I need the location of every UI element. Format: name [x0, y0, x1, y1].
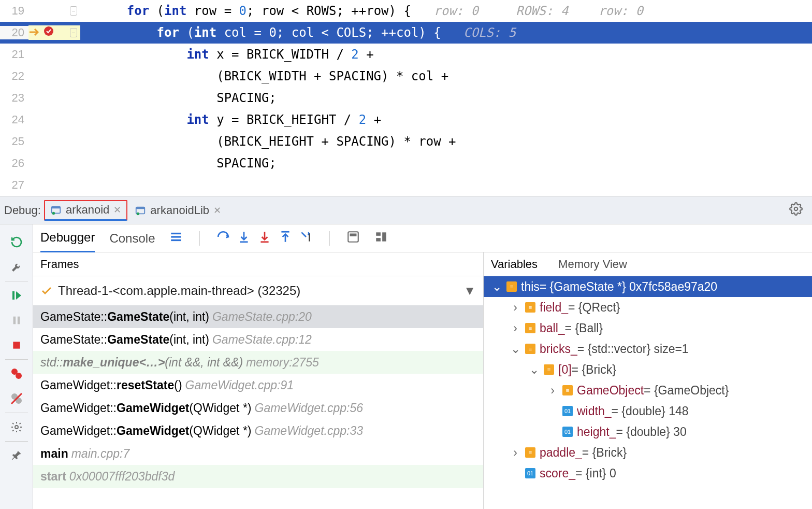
var-type-icon: ≡ [525, 323, 535, 333]
variable-row[interactable]: ›≡paddle_ = {Brick} [484, 442, 812, 463]
debug-tab-arkanoidLib[interactable]: arkanoidLib✕ [129, 200, 226, 221]
variable-row[interactable]: ⌄≡this = {GameState *} 0x7fc58ae97a20 [484, 276, 812, 297]
code-text: int x = BRICK_WIDTH / 2 + [80, 47, 812, 62]
svg-rect-30 [376, 232, 381, 236]
stack-frame[interactable]: mainmain.cpp:7 [33, 442, 483, 465]
code-editor[interactable]: 19− for (int row = 0; row < ROWS; ++row)… [0, 0, 812, 196]
svg-point-17 [15, 426, 18, 429]
mute-breakpoints-icon[interactable] [6, 386, 27, 411]
memory-view-title[interactable]: Memory View [558, 258, 627, 271]
var-type-icon: 01 [562, 406, 573, 416]
code-text: (BRICK_WIDTH + SPACING) * col + [80, 69, 812, 83]
thread-selector[interactable]: Thread-1-<com.apple.main-thread> (32325)… [33, 276, 483, 305]
stack-frame[interactable]: GameWidget::GameWidget(QWidget *)GameWid… [33, 397, 483, 419]
stack-frame[interactable]: GameState::GameState(int, int)GameState.… [33, 328, 483, 351]
stack-frame[interactable]: GameWidget::GameWidget(QWidget *)GameWid… [33, 419, 483, 442]
stop-icon[interactable] [6, 333, 27, 358]
resume-icon[interactable] [6, 283, 27, 308]
layout-icon[interactable] [374, 230, 388, 247]
svg-point-13 [16, 373, 22, 379]
chevron-down-icon: ▼ [463, 284, 476, 298]
stack-frame[interactable]: GameWidget::resetState()GameWidget.cpp:9… [33, 374, 483, 397]
expand-icon[interactable]: ⌄ [528, 363, 540, 377]
step-out-icon[interactable] [279, 230, 292, 247]
code-text: SPACING; [80, 91, 812, 105]
var-type-icon: ≡ [544, 364, 554, 375]
execution-pointer-icon [28, 25, 41, 40]
line-number: 26 [0, 157, 28, 170]
line-number: 23 [0, 91, 28, 105]
stack-frame[interactable]: start0x00007fff203bdf3d [33, 465, 483, 488]
variable-row[interactable]: ›≡GameObject = {GameObject} [484, 380, 812, 401]
gutter-marks[interactable]: − [28, 25, 80, 40]
variable-row[interactable]: 01score_ = {int} 0 [484, 463, 812, 484]
variable-row[interactable]: 01width_ = {double} 148 [484, 401, 812, 421]
code-line-26[interactable]: 26 SPACING; [0, 152, 812, 174]
var-type-icon: ≡ [506, 281, 517, 292]
code-line-23[interactable]: 23 SPACING; [0, 87, 812, 109]
code-line-22[interactable]: 22 (BRICK_WIDTH + SPACING) * col + [0, 65, 812, 87]
pin-icon[interactable] [6, 443, 27, 468]
variables-title[interactable]: Variables [491, 258, 538, 271]
code-text: (BRICK_HEIGHT + SPACING) * row + [80, 134, 812, 149]
svg-rect-8 [12, 291, 15, 300]
svg-rect-31 [376, 238, 381, 242]
var-type-icon: 01 [525, 468, 535, 478]
step-into-icon[interactable] [237, 230, 251, 247]
rerun-icon[interactable] [6, 230, 27, 254]
code-line-25[interactable]: 25 (BRICK_HEIGHT + SPACING) * row + [0, 131, 812, 152]
code-line-19[interactable]: 19− for (int row = 0; row < ROWS; ++row)… [0, 0, 812, 22]
line-number: 20 [0, 26, 28, 39]
var-type-icon: ≡ [525, 344, 535, 354]
line-number: 25 [0, 135, 28, 148]
code-line-21[interactable]: 21 int x = BRICK_WIDTH / 2 + [0, 44, 812, 65]
expand-icon[interactable]: › [510, 301, 521, 315]
step-over-icon[interactable] [216, 230, 230, 247]
view-breakpoints-icon[interactable] [6, 361, 27, 386]
expand-icon[interactable]: › [510, 321, 521, 335]
code-line-24[interactable]: 24 int y = BRICK_HEIGHT / 2 + [0, 109, 812, 131]
stack-frame[interactable]: GameState::GameState(int, int)GameState.… [33, 305, 483, 328]
fold-icon[interactable]: − [70, 6, 77, 16]
variable-row[interactable]: ⌄≡[0] = {Brick} [484, 359, 812, 380]
svg-point-0 [44, 26, 53, 36]
variable-row[interactable]: ⌄≡bricks_ = {std::vector} size=1 [484, 338, 812, 359]
close-icon[interactable]: ✕ [213, 205, 221, 216]
run-to-cursor-icon[interactable] [299, 230, 313, 247]
svg-rect-32 [383, 232, 387, 241]
force-step-into-icon[interactable] [258, 230, 271, 247]
variable-row[interactable]: ›≡field_ = {QRect} [484, 297, 812, 318]
gear-icon[interactable] [789, 202, 803, 219]
line-number: 24 [0, 113, 28, 126]
expand-icon[interactable]: ⌄ [491, 280, 502, 294]
tab-debugger[interactable]: Debugger [40, 224, 95, 252]
evaluate-icon[interactable] [346, 230, 360, 247]
fold-icon[interactable]: − [70, 28, 77, 37]
debug-tab-arkanoid[interactable]: arkanoid✕ [44, 200, 127, 221]
debug-subtabs: Debugger Console [33, 224, 812, 252]
expand-icon[interactable]: › [547, 384, 558, 398]
expand-icon[interactable]: › [510, 446, 521, 460]
svg-rect-5 [136, 207, 145, 209]
svg-rect-28 [349, 232, 359, 242]
var-type-icon: ≡ [525, 447, 535, 458]
code-text: int y = BRICK_HEIGHT / 2 + [80, 112, 812, 127]
variable-row[interactable]: 01height_ = {double} 30 [484, 421, 812, 442]
code-line-20[interactable]: 20− for (int col = 0; col < COLS; ++col)… [0, 22, 812, 44]
close-icon[interactable]: ✕ [113, 204, 121, 216]
frames-title: Frames [40, 258, 79, 271]
expand-icon[interactable]: ⌄ [510, 342, 521, 356]
svg-rect-11 [13, 342, 20, 348]
tab-console[interactable]: Console [109, 224, 155, 252]
breakpoint-icon[interactable] [43, 25, 54, 40]
line-number: 27 [0, 178, 28, 192]
thread-list-icon[interactable] [169, 230, 183, 247]
stack-frame[interactable]: std::make_unique<…>(int &&, int &&)memor… [33, 351, 483, 374]
code-line-27[interactable]: 27 [0, 174, 812, 196]
pause-icon[interactable] [6, 308, 27, 333]
svg-point-6 [137, 212, 140, 215]
settings-icon[interactable] [6, 415, 27, 440]
variable-row[interactable]: ›≡ball_ = {Ball} [484, 318, 812, 338]
line-number: 19 [0, 4, 28, 18]
wrench-icon[interactable] [6, 254, 27, 279]
